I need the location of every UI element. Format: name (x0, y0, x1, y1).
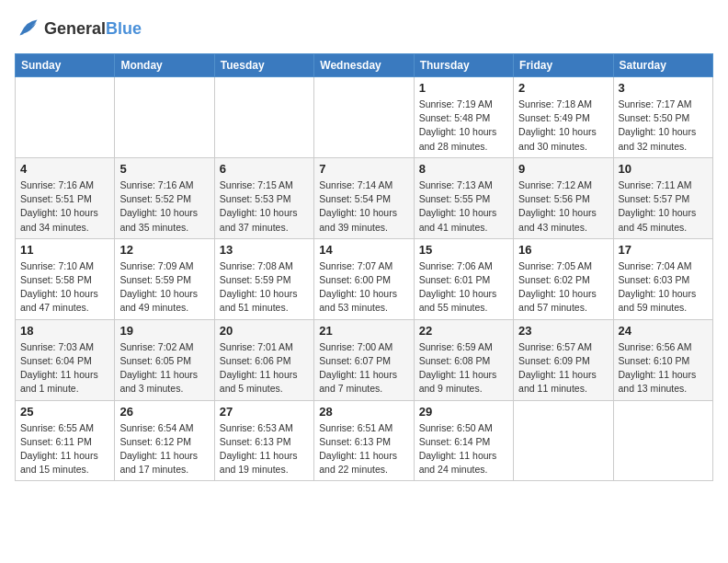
day-number: 17 (619, 243, 708, 257)
calendar-cell: 19Sunrise: 7:02 AM Sunset: 6:05 PM Dayli… (115, 319, 214, 400)
day-number: 7 (319, 162, 408, 176)
calendar-cell (115, 77, 214, 158)
day-info: Sunrise: 7:00 AM Sunset: 6:07 PM Dayligh… (319, 340, 408, 396)
logo: GeneralBlue (15, 15, 142, 44)
day-number: 27 (220, 405, 309, 419)
day-info: Sunrise: 6:56 AM Sunset: 6:10 PM Dayligh… (619, 340, 708, 396)
day-number: 14 (319, 243, 408, 257)
day-number: 28 (319, 405, 408, 419)
page-header: GeneralBlue (15, 15, 713, 44)
calendar-cell: 23Sunrise: 6:57 AM Sunset: 6:09 PM Dayli… (514, 319, 613, 400)
day-number: 1 (419, 81, 508, 95)
day-info: Sunrise: 7:08 AM Sunset: 5:59 PM Dayligh… (220, 259, 309, 316)
calendar-cell: 10Sunrise: 7:11 AM Sunset: 5:57 PM Dayli… (613, 157, 712, 238)
weekday-sunday: Sunday (16, 54, 115, 77)
day-info: Sunrise: 7:11 AM Sunset: 5:57 PM Dayligh… (619, 178, 708, 235)
calendar-cell (514, 400, 613, 481)
calendar-cell: 27Sunrise: 6:53 AM Sunset: 6:13 PM Dayli… (214, 400, 313, 481)
calendar-cell: 15Sunrise: 7:06 AM Sunset: 6:01 PM Dayli… (414, 238, 513, 319)
weekday-header-row: SundayMondayTuesdayWednesdayThursdayFrid… (16, 54, 713, 77)
day-info: Sunrise: 7:01 AM Sunset: 6:06 PM Dayligh… (220, 340, 309, 396)
logo-text: GeneralBlue (44, 20, 142, 39)
day-info: Sunrise: 7:14 AM Sunset: 5:54 PM Dayligh… (319, 178, 408, 235)
week-row-3: 11Sunrise: 7:10 AM Sunset: 5:58 PM Dayli… (16, 238, 713, 319)
calendar-cell: 21Sunrise: 7:00 AM Sunset: 6:07 PM Dayli… (314, 319, 414, 400)
week-row-4: 18Sunrise: 7:03 AM Sunset: 6:04 PM Dayli… (16, 319, 713, 400)
day-number: 3 (619, 81, 708, 95)
day-info: Sunrise: 7:12 AM Sunset: 5:56 PM Dayligh… (518, 178, 608, 235)
day-info: Sunrise: 7:17 AM Sunset: 5:50 PM Dayligh… (619, 98, 708, 154)
day-number: 12 (119, 243, 209, 257)
calendar-cell: 2Sunrise: 7:18 AM Sunset: 5:49 PM Daylig… (514, 77, 613, 158)
day-info: Sunrise: 6:50 AM Sunset: 6:14 PM Dayligh… (419, 421, 508, 477)
calendar-cell (214, 77, 313, 158)
calendar-cell: 6Sunrise: 7:15 AM Sunset: 5:53 PM Daylig… (214, 157, 313, 238)
calendar-cell: 9Sunrise: 7:12 AM Sunset: 5:56 PM Daylig… (514, 157, 613, 238)
weekday-friday: Friday (514, 54, 613, 77)
calendar-cell: 3Sunrise: 7:17 AM Sunset: 5:50 PM Daylig… (613, 77, 712, 158)
day-number: 21 (319, 324, 408, 338)
weekday-monday: Monday (115, 54, 214, 77)
day-info: Sunrise: 7:05 AM Sunset: 6:02 PM Dayligh… (518, 259, 608, 316)
day-info: Sunrise: 7:18 AM Sunset: 5:49 PM Dayligh… (518, 98, 608, 154)
day-info: Sunrise: 6:53 AM Sunset: 6:13 PM Dayligh… (220, 421, 309, 477)
calendar-cell: 12Sunrise: 7:09 AM Sunset: 5:59 PM Dayli… (115, 238, 214, 319)
day-number: 4 (20, 162, 109, 176)
day-info: Sunrise: 6:51 AM Sunset: 6:13 PM Dayligh… (319, 421, 408, 477)
week-row-2: 4Sunrise: 7:16 AM Sunset: 5:51 PM Daylig… (16, 157, 713, 238)
day-number: 10 (619, 162, 708, 176)
calendar-cell (613, 400, 712, 481)
day-number: 5 (119, 162, 209, 176)
day-info: Sunrise: 7:10 AM Sunset: 5:58 PM Dayligh… (20, 259, 109, 316)
calendar-cell: 1Sunrise: 7:19 AM Sunset: 5:48 PM Daylig… (414, 77, 513, 158)
weekday-thursday: Thursday (414, 54, 513, 77)
calendar-cell: 17Sunrise: 7:04 AM Sunset: 6:03 PM Dayli… (613, 238, 712, 319)
day-number: 9 (518, 162, 608, 176)
day-number: 26 (119, 405, 209, 419)
day-info: Sunrise: 6:59 AM Sunset: 6:08 PM Dayligh… (419, 340, 508, 396)
week-row-1: 1Sunrise: 7:19 AM Sunset: 5:48 PM Daylig… (16, 77, 713, 158)
day-info: Sunrise: 7:19 AM Sunset: 5:48 PM Dayligh… (419, 98, 508, 154)
calendar-cell (314, 77, 414, 158)
calendar-cell: 28Sunrise: 6:51 AM Sunset: 6:13 PM Dayli… (314, 400, 414, 481)
weekday-saturday: Saturday (613, 54, 712, 77)
weekday-wednesday: Wednesday (314, 54, 414, 77)
day-info: Sunrise: 6:55 AM Sunset: 6:11 PM Dayligh… (20, 421, 109, 477)
day-number: 16 (518, 243, 608, 257)
day-number: 24 (619, 324, 708, 338)
calendar-cell (16, 77, 115, 158)
logo-icon (15, 15, 40, 40)
day-info: Sunrise: 7:13 AM Sunset: 5:55 PM Dayligh… (419, 178, 508, 235)
calendar-cell: 8Sunrise: 7:13 AM Sunset: 5:55 PM Daylig… (414, 157, 513, 238)
day-number: 22 (419, 324, 508, 338)
calendar-cell: 24Sunrise: 6:56 AM Sunset: 6:10 PM Dayli… (613, 319, 712, 400)
day-info: Sunrise: 7:09 AM Sunset: 5:59 PM Dayligh… (119, 259, 209, 316)
day-number: 29 (419, 405, 508, 419)
calendar-cell: 7Sunrise: 7:14 AM Sunset: 5:54 PM Daylig… (314, 157, 414, 238)
day-number: 6 (220, 162, 309, 176)
weekday-tuesday: Tuesday (214, 54, 313, 77)
day-number: 19 (119, 324, 209, 338)
calendar-cell: 25Sunrise: 6:55 AM Sunset: 6:11 PM Dayli… (16, 400, 115, 481)
calendar-cell: 14Sunrise: 7:07 AM Sunset: 6:00 PM Dayli… (314, 238, 414, 319)
calendar-cell: 16Sunrise: 7:05 AM Sunset: 6:02 PM Dayli… (514, 238, 613, 319)
calendar-table: SundayMondayTuesdayWednesdayThursdayFrid… (15, 53, 713, 481)
day-info: Sunrise: 6:54 AM Sunset: 6:12 PM Dayligh… (119, 421, 209, 477)
calendar-cell: 13Sunrise: 7:08 AM Sunset: 5:59 PM Dayli… (214, 238, 313, 319)
calendar-cell: 29Sunrise: 6:50 AM Sunset: 6:14 PM Dayli… (414, 400, 513, 481)
day-info: Sunrise: 7:07 AM Sunset: 6:00 PM Dayligh… (319, 259, 408, 316)
day-info: Sunrise: 7:04 AM Sunset: 6:03 PM Dayligh… (619, 259, 708, 316)
calendar-cell: 4Sunrise: 7:16 AM Sunset: 5:51 PM Daylig… (16, 157, 115, 238)
day-number: 25 (20, 405, 109, 419)
day-number: 2 (518, 81, 608, 95)
day-info: Sunrise: 7:16 AM Sunset: 5:51 PM Dayligh… (20, 178, 109, 235)
calendar-cell: 11Sunrise: 7:10 AM Sunset: 5:58 PM Dayli… (16, 238, 115, 319)
day-number: 13 (220, 243, 309, 257)
day-number: 20 (220, 324, 309, 338)
day-number: 18 (20, 324, 109, 338)
day-info: Sunrise: 7:02 AM Sunset: 6:05 PM Dayligh… (119, 340, 209, 396)
calendar-cell: 26Sunrise: 6:54 AM Sunset: 6:12 PM Dayli… (115, 400, 214, 481)
day-info: Sunrise: 6:57 AM Sunset: 6:09 PM Dayligh… (518, 340, 608, 396)
calendar-cell: 5Sunrise: 7:16 AM Sunset: 5:52 PM Daylig… (115, 157, 214, 238)
day-number: 8 (419, 162, 508, 176)
